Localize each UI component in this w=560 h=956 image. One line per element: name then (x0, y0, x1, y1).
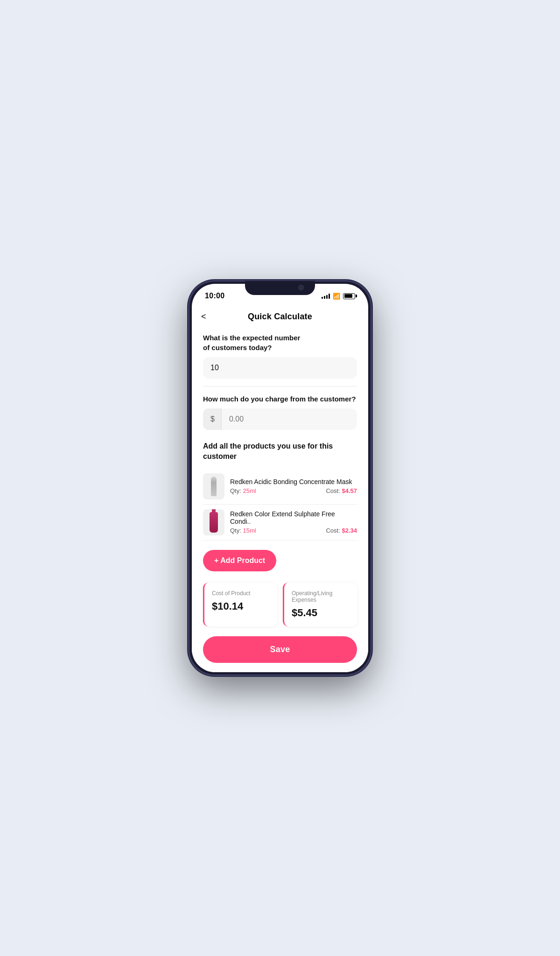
list-item: Redken Color Extend Sulphate Free Condi.… (203, 505, 357, 540)
products-section: Add all the products you use for this cu… (192, 436, 368, 542)
product-image-1 (203, 473, 224, 499)
product-name-2: Redken Color Extend Sulphate Free Condi.… (230, 510, 357, 525)
product-bottle-icon (210, 512, 218, 533)
stat-label-product-cost: Cost of Product (212, 590, 270, 597)
page-header: < Quick Calculate (192, 304, 368, 327)
screen-content[interactable]: < Quick Calculate What is the expected n… (192, 304, 368, 672)
charge-input-wrapper: $ (203, 408, 357, 430)
product-meta-2: Qty: 15ml Cost: $2.34 (230, 527, 357, 534)
battery-fill (344, 294, 353, 298)
product-details-1: Redken Acidic Bonding Concentrate Mask Q… (230, 478, 357, 494)
product-meta-1: Qty: 25ml Cost: $4.57 (230, 487, 357, 494)
product-divider-2 (203, 540, 357, 541)
save-button[interactable]: Save (203, 636, 357, 663)
product-qty-2: Qty: 15ml (230, 527, 256, 534)
list-item: Redken Acidic Bonding Concentrate Mask Q… (203, 469, 357, 504)
add-product-button[interactable]: + Add Product (203, 550, 276, 571)
customers-section: What is the expected numberof customers … (192, 327, 368, 384)
back-button[interactable]: < (201, 312, 206, 322)
product-cost-2: Cost: $2.34 (326, 527, 357, 534)
customers-input[interactable] (203, 357, 357, 379)
page-title: Quick Calculate (248, 312, 312, 322)
front-camera (298, 285, 304, 290)
stat-card-product-cost: Cost of Product $10.14 (203, 583, 277, 626)
signal-icon (322, 293, 330, 299)
currency-symbol: $ (203, 408, 222, 430)
phone-frame: 10:00 📶 < (189, 281, 371, 675)
charge-label: How much do you charge from the customer… (203, 394, 357, 404)
status-time: 10:00 (205, 292, 224, 300)
charge-input[interactable] (222, 408, 357, 430)
product-cost-1: Cost: $4.57 (326, 487, 357, 494)
stat-card-operating: Operating/Living Expenses $5.45 (283, 583, 357, 626)
product-qty-1: Qty: 25ml (230, 487, 256, 494)
stat-value-product-cost: $10.14 (212, 600, 270, 612)
product-image-2 (203, 509, 224, 535)
stat-label-operating: Operating/Living Expenses (292, 590, 350, 603)
product-details-2: Redken Color Extend Sulphate Free Condi.… (230, 510, 357, 534)
stat-value-operating: $5.45 (292, 607, 350, 619)
product-name-1: Redken Acidic Bonding Concentrate Mask (230, 478, 357, 485)
customers-label: What is the expected numberof customers … (203, 333, 357, 352)
products-label: Add all the products you use for this cu… (203, 441, 357, 462)
product-tube-icon (211, 477, 217, 496)
charge-section: How much do you charge from the customer… (192, 388, 368, 436)
wifi-icon: 📶 (333, 293, 340, 300)
status-icons: 📶 (322, 293, 355, 300)
notch (245, 281, 315, 295)
save-bar: Save (192, 631, 368, 672)
phone-wrapper: 10:00 📶 < (182, 268, 378, 688)
battery-icon (343, 293, 355, 299)
phone-screen: 10:00 📶 < (192, 284, 368, 672)
section-divider-1 (203, 386, 357, 387)
